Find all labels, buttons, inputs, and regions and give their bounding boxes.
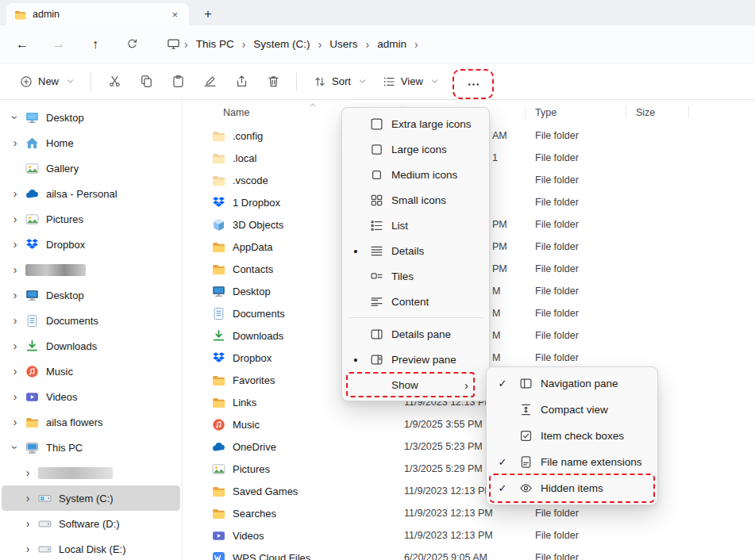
chevron-down-icon[interactable]: › <box>10 439 21 456</box>
column-header-end <box>688 100 720 125</box>
submenu-item-compact-view[interactable]: Compact view <box>491 397 653 423</box>
breadcrumb-item-system-c[interactable]: System (C:) <box>248 34 315 54</box>
sidebar-item-desktop[interactable]: ›Desktop <box>2 282 180 308</box>
breadcrumb-item-users[interactable]: Users <box>324 34 363 54</box>
see-more-button[interactable] <box>457 74 489 94</box>
column-header-size[interactable]: Size <box>626 100 688 125</box>
chevron-right-icon[interactable]: › <box>6 391 24 402</box>
sidebar-item-documents[interactable]: ›Documents <box>2 308 180 333</box>
tab-close-icon[interactable]: × <box>168 9 181 21</box>
sidebar-item-ailsa-personal[interactable]: ›ailsa - Personal <box>2 181 180 206</box>
sidebar-item-local-disk-e[interactable]: ›Local Disk (E:) <box>2 536 180 560</box>
submenu-item-navigation-pane[interactable]: ✓Navigation pane <box>491 370 653 397</box>
compact-view-icon <box>514 403 537 416</box>
chevron-right-icon[interactable]: › <box>6 264 24 275</box>
file-row-saved-games[interactable]: Saved Games11/9/2023 12:13 PMFile folder <box>183 480 755 502</box>
paste-button[interactable] <box>162 68 194 95</box>
file-row-pictures[interactable]: Pictures1/3/2025 5:29 PMFile folder <box>183 458 755 480</box>
chevron-right-icon[interactable]: › <box>6 213 24 224</box>
file-type: File folder <box>525 286 626 297</box>
sidebar-item-redacted[interactable]: › <box>2 460 180 485</box>
menu-item-label: Tiles <box>387 270 485 282</box>
back-button[interactable]: ← <box>8 31 37 58</box>
menu-item-large-icons[interactable]: Large icons <box>346 136 485 162</box>
chevron-down-icon <box>66 77 75 86</box>
sidebar-item-gallery[interactable]: Gallery <box>2 155 180 181</box>
submenu-item-hidden-items[interactable]: ✓Hidden items <box>491 475 653 501</box>
sidebar-item-software-d[interactable]: ›Software (D:) <box>2 511 180 536</box>
up-button[interactable]: ↑ <box>81 31 110 58</box>
chevron-right-icon[interactable]: › <box>19 543 37 554</box>
menu-item-list[interactable]: List <box>346 213 485 238</box>
copy-button[interactable] <box>130 68 162 95</box>
column-header-type[interactable]: Type <box>525 100 626 125</box>
submenu-item-item-check-boxes[interactable]: Item check boxes <box>491 423 653 449</box>
file-name-extensions-icon <box>514 455 537 469</box>
file-type: File folder <box>525 219 626 230</box>
videos-icon <box>25 390 39 404</box>
submenu-item-label: Compact view <box>537 404 653 416</box>
tab-admin[interactable]: admin × <box>6 3 189 25</box>
delete-button[interactable] <box>257 68 289 95</box>
menu-item-medium-icons[interactable]: Medium icons <box>346 162 485 187</box>
breadcrumb-chevron-icon: › <box>240 38 248 51</box>
sidebar-item-music[interactable]: ›Music <box>2 359 180 384</box>
sidebar-item-dropbox[interactable]: ›Dropbox <box>2 232 180 257</box>
menu-item-content[interactable]: Content <box>346 289 485 314</box>
forward-button[interactable]: → <box>44 31 73 58</box>
rename-button[interactable] <box>194 68 225 95</box>
chevron-right-icon[interactable]: › <box>6 137 24 148</box>
share-button[interactable] <box>225 68 257 95</box>
file-row-videos[interactable]: Videos11/9/2023 12:13 PMFile folder <box>183 524 755 547</box>
breadcrumb-item-admin[interactable]: admin <box>372 34 412 54</box>
sidebar-item-desktop[interactable]: ›Desktop <box>2 105 180 130</box>
chevron-right-icon[interactable]: › <box>19 493 37 504</box>
menu-item-small-icons[interactable]: Small icons <box>346 187 485 213</box>
file-name: AppData <box>233 241 273 253</box>
new-tab-button[interactable]: + <box>198 5 218 24</box>
file-row-music[interactable]: Music1/9/2025 3:55 PMFile folder <box>183 413 755 435</box>
folder-icon <box>212 263 225 276</box>
chevron-right-icon[interactable]: › <box>19 467 37 478</box>
menu-item-extra-large-icons[interactable]: Extra large icons <box>346 111 485 136</box>
chevron-right-icon[interactable]: › <box>6 188 24 199</box>
menu-item-details[interactable]: •Details <box>346 238 485 263</box>
file-row-searches[interactable]: Searches11/9/2023 12:13 PMFile folder <box>183 502 755 524</box>
sidebar-item-pictures[interactable]: ›Pictures <box>2 206 180 232</box>
file-type: File folder <box>525 197 626 208</box>
chevron-right-icon[interactable]: › <box>19 518 37 529</box>
file-type: File folder <box>525 330 626 341</box>
cut-button[interactable] <box>98 68 130 95</box>
sidebar-item-this-pc[interactable]: ›This PC <box>2 435 180 460</box>
breadcrumb-item-this-pc[interactable]: This PC <box>191 34 240 54</box>
menu-item-preview-pane[interactable]: •Preview pane <box>346 347 485 372</box>
chevron-right-icon[interactable]: › <box>6 290 24 301</box>
sidebar-item-label: Documents <box>46 315 98 327</box>
chevron-right-icon[interactable]: › <box>6 416 24 428</box>
sort-button[interactable]: Sort <box>307 70 373 94</box>
chevron-down-icon[interactable]: › <box>10 109 21 126</box>
sidebar-item-home[interactable]: ›Home <box>2 130 180 155</box>
new-button[interactable]: New <box>11 70 83 94</box>
submenu-item-label: Navigation pane <box>537 378 653 389</box>
list-icon <box>365 219 387 232</box>
submenu-item-file-name-extensions[interactable]: ✓File name extensions <box>491 449 653 475</box>
menu-item-tiles[interactable]: Tiles <box>346 263 485 289</box>
sidebar-item-downloads[interactable]: ›Downloads <box>2 333 180 359</box>
extra-large-icons-icon <box>365 117 387 131</box>
chevron-right-icon[interactable]: › <box>6 366 24 377</box>
sidebar-item-ailsa-flowers[interactable]: ›ailsa flowers <box>2 409 180 435</box>
sidebar-item-redacted[interactable]: › <box>2 257 180 282</box>
chevron-right-icon[interactable]: › <box>6 340 24 351</box>
sidebar-item-videos[interactable]: ›Videos <box>2 384 180 409</box>
file-row-onedrive[interactable]: OneDrive1/3/2025 5:23 PMFile folder <box>183 435 755 458</box>
file-row-wps-cloud-files[interactable]: WPS Cloud Files6/20/2025 9:05 AMFile fol… <box>183 547 755 560</box>
file-date-modified: 11/9/2023 12:13 PM <box>402 530 525 541</box>
refresh-button[interactable] <box>117 31 146 58</box>
menu-item-show[interactable]: Show› <box>346 372 475 397</box>
chevron-right-icon[interactable]: › <box>6 315 24 326</box>
menu-item-details-pane[interactable]: Details pane <box>346 321 485 347</box>
view-button[interactable]: View <box>376 70 445 94</box>
sidebar-item-system-c[interactable]: ›System (C:) <box>2 485 180 511</box>
chevron-right-icon[interactable]: › <box>6 239 24 250</box>
